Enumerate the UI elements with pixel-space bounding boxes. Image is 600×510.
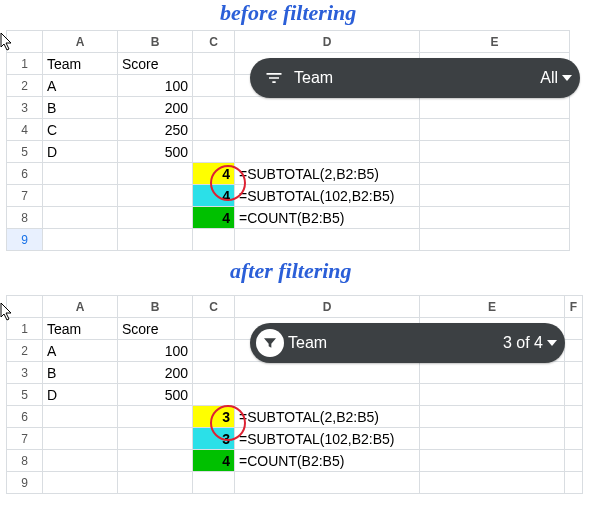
result-cell[interactable]: 3 [193,406,235,428]
col-header[interactable]: D [235,31,420,53]
cell[interactable] [118,450,193,472]
cell[interactable] [235,472,420,494]
cell[interactable] [235,384,420,406]
row-header[interactable]: 9 [7,472,43,494]
row-header[interactable]: 7 [7,428,43,450]
cell[interactable]: D [43,141,118,163]
cell[interactable] [193,75,235,97]
cell[interactable] [118,229,193,251]
row-header[interactable]: 8 [7,450,43,472]
row-header[interactable]: 6 [7,163,43,185]
cell[interactable] [420,406,565,428]
row-header[interactable]: 8 [7,207,43,229]
cell[interactable]: B [43,362,118,384]
row-header[interactable]: 3 [7,362,43,384]
cell[interactable]: 200 [118,97,193,119]
col-header[interactable]: C [193,296,235,318]
formula-cell[interactable]: =SUBTOTAL(2,B2:B5) [235,163,420,185]
cell[interactable] [565,318,583,340]
cell[interactable] [118,163,193,185]
cell[interactable] [118,406,193,428]
result-cell[interactable]: 4 [193,163,235,185]
cell[interactable] [43,406,118,428]
cell[interactable]: A [43,340,118,362]
col-header[interactable]: B [118,31,193,53]
cell[interactable] [193,362,235,384]
formula-cell[interactable]: =SUBTOTAL(102,B2:B5) [235,428,420,450]
formula-cell[interactable]: =SUBTOTAL(102,B2:B5) [235,185,420,207]
cell[interactable]: Score [118,53,193,75]
cell[interactable]: 100 [118,340,193,362]
slicer-chip-before[interactable]: Team All [250,58,580,98]
result-cell[interactable]: 4 [193,450,235,472]
cell[interactable] [43,207,118,229]
cell[interactable] [193,318,235,340]
cell[interactable] [118,428,193,450]
cell[interactable] [193,384,235,406]
row-header[interactable]: 7 [7,185,43,207]
formula-cell[interactable]: =COUNT(B2:B5) [235,207,420,229]
cell[interactable] [420,207,570,229]
col-header[interactable]: E [420,296,565,318]
cell[interactable] [235,141,420,163]
slicer-value[interactable]: All [540,69,572,87]
cell[interactable] [420,362,565,384]
cell[interactable] [235,97,420,119]
col-header[interactable]: F [565,296,583,318]
cell[interactable] [420,119,570,141]
cell[interactable] [565,450,583,472]
cell[interactable] [193,141,235,163]
cell[interactable] [565,472,583,494]
col-header[interactable]: A [43,31,118,53]
row-header[interactable]: 5 [7,384,43,406]
cell[interactable]: Team [43,53,118,75]
cell[interactable]: 250 [118,119,193,141]
cell[interactable] [420,185,570,207]
formula-cell[interactable]: =COUNT(B2:B5) [235,450,420,472]
cell[interactable] [565,428,583,450]
cell[interactable]: Team [43,318,118,340]
col-header[interactable]: D [235,296,420,318]
col-header[interactable]: B [118,296,193,318]
cell[interactable] [118,185,193,207]
result-cell[interactable]: 3 [193,428,235,450]
cell[interactable]: 200 [118,362,193,384]
row-header[interactable]: 1 [7,53,43,75]
cell[interactable] [193,97,235,119]
col-header[interactable]: E [420,31,570,53]
cell[interactable] [235,229,420,251]
cell[interactable] [420,384,565,406]
cell[interactable]: 500 [118,141,193,163]
cell[interactable] [118,207,193,229]
cell[interactable]: Score [118,318,193,340]
cell[interactable] [193,340,235,362]
cell[interactable] [565,384,583,406]
cell[interactable]: A [43,75,118,97]
cell[interactable] [193,472,235,494]
cell[interactable]: D [43,384,118,406]
cell[interactable] [235,119,420,141]
cell[interactable] [43,229,118,251]
row-header-selected[interactable]: 9 [7,229,43,251]
cell[interactable] [565,340,583,362]
cell[interactable] [565,362,583,384]
cell[interactable] [235,362,420,384]
col-header[interactable]: C [193,31,235,53]
cell[interactable] [420,450,565,472]
row-header[interactable]: 5 [7,141,43,163]
cell[interactable]: B [43,97,118,119]
cell[interactable] [43,163,118,185]
result-cell[interactable]: 4 [193,185,235,207]
col-header[interactable]: A [43,296,118,318]
cell[interactable] [420,141,570,163]
row-header[interactable]: 2 [7,75,43,97]
cell[interactable] [420,428,565,450]
row-header[interactable]: 2 [7,340,43,362]
cell[interactable] [420,163,570,185]
row-header[interactable]: 3 [7,97,43,119]
cell[interactable] [43,450,118,472]
cell[interactable] [193,119,235,141]
cell[interactable] [193,53,235,75]
formula-cell[interactable]: =SUBTOTAL(2,B2:B5) [235,406,420,428]
row-header[interactable]: 6 [7,406,43,428]
